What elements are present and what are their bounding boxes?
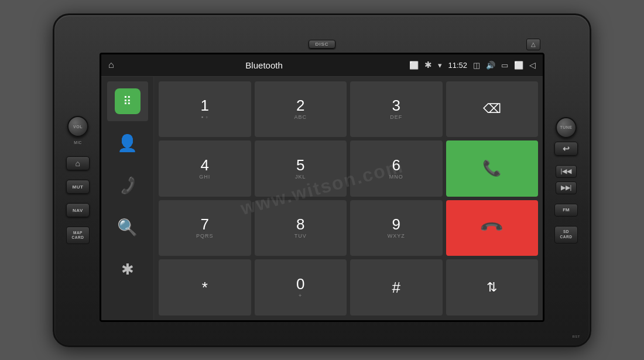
camera-icon: ◫ — [473, 61, 480, 70]
end-call-icon: 📞 — [479, 215, 505, 241]
status-title: Bluetooth — [124, 60, 405, 70]
status-bar: ⌂ Bluetooth ⬜ ✱ ▾ 11:52 ◫ 🔊 ▭ ⬜ ◁ — [101, 54, 543, 77]
key-6[interactable]: 6 MNO — [350, 140, 443, 197]
fm-button[interactable]: FM — [554, 204, 578, 217]
back-hw-button[interactable]: ↩ — [554, 142, 578, 156]
key-4[interactable]: 4 GHI — [159, 140, 251, 197]
nav-button[interactable]: NAV — [66, 203, 90, 217]
key-0[interactable]: 0 + — [255, 259, 347, 316]
map-card-button[interactable]: MAPCARD — [66, 227, 90, 244]
dialpad-icon: ⠿ — [115, 88, 141, 114]
battery-icon: ▭ — [501, 61, 508, 70]
call-icon: 📞 — [482, 159, 501, 177]
window-icon: ⬜ — [514, 61, 523, 70]
dialpad-area: 1 ▪ ▫ 2 ABC 3 DEF ⌫ — [154, 77, 543, 320]
eject-button[interactable]: △ — [526, 39, 540, 50]
rst-label: RST — [573, 335, 581, 338]
bluetooth-sidebar-icon: ✱ — [121, 260, 134, 279]
key-hash[interactable]: # — [350, 259, 443, 316]
volume-icon: 🔊 — [486, 61, 495, 70]
main-screen: www.witson.com ⌂ Bluetooth ⬜ ✱ ▾ 11:52 ◫… — [100, 53, 544, 322]
calls-icon: 📞 — [117, 175, 138, 196]
sidebar-item-calls[interactable]: 📞 — [107, 166, 148, 205]
sidebar-item-search[interactable]: 🔍 — [107, 208, 148, 248]
main-content: ⠿ 👤 📞 🔍 ✱ — [101, 77, 543, 320]
key-9[interactable]: 9 WXYZ — [350, 200, 443, 256]
map-card-label: MAPCARD — [72, 231, 84, 241]
key-3[interactable]: 3 DEF — [350, 81, 443, 138]
sd-card-button[interactable]: SDCARD — [554, 226, 578, 244]
bluetooth-status-icon: ✱ — [424, 60, 432, 70]
mut-button[interactable]: MUT — [66, 180, 90, 194]
sd-card-label: SDCARD — [560, 229, 573, 239]
key-7[interactable]: 7 PQRS — [159, 200, 251, 256]
tune-knob[interactable]: TUNE — [556, 117, 577, 138]
status-icons: ⬜ ✱ ▾ 11:52 ◫ 🔊 ▭ ⬜ ◁ — [409, 60, 536, 70]
disc-label: DISC — [309, 40, 335, 49]
status-time: 11:52 — [448, 61, 467, 70]
prev-button[interactable]: |◀◀ — [556, 165, 577, 178]
sidebar: ⠿ 👤 📞 🔍 ✱ — [101, 77, 154, 320]
right-controls: TUNE ↩ |◀◀ ▶▶| FM SDCARD — [551, 117, 581, 244]
sidebar-item-bluetooth[interactable]: ✱ — [107, 250, 148, 290]
screen-wrapper: DISC △ www.witson.com ⌂ Bluetooth ⬜ ✱ ▾ … — [99, 39, 545, 322]
tune-label: TUNE — [560, 125, 572, 129]
key-sort[interactable]: ⇅ — [446, 259, 539, 316]
home-hw-button[interactable]: ⌂ — [66, 156, 90, 170]
key-star[interactable]: * — [159, 259, 251, 316]
photo-icon: ⬜ — [409, 61, 419, 70]
wifi-icon: ▾ — [438, 61, 442, 70]
key-1[interactable]: 1 ▪ ▫ — [159, 81, 251, 138]
vol-knob[interactable]: VOL — [67, 116, 88, 137]
key-8[interactable]: 8 TUV — [255, 200, 347, 256]
sidebar-item-dialpad[interactable]: ⠿ — [107, 81, 148, 121]
back-nav-icon[interactable]: ◁ — [529, 60, 536, 70]
home-icon[interactable]: ⌂ — [108, 60, 114, 70]
key-2[interactable]: 2 ABC — [255, 81, 347, 138]
key-5[interactable]: 5 JKL — [255, 140, 347, 197]
disc-top-bar: DISC △ — [99, 39, 545, 50]
vol-label: VOL — [73, 125, 83, 129]
left-controls: VOL MIC ⌂ MUT NAV MAPCARD — [63, 116, 93, 244]
key-call[interactable]: 📞 — [446, 140, 539, 197]
contacts-icon: 👤 — [117, 133, 138, 153]
key-end-call[interactable]: 📞 — [446, 200, 539, 256]
mic-label: MIC — [74, 140, 81, 145]
car-head-unit: VOL MIC ⌂ MUT NAV MAPCARD DISC △ www.wit… — [53, 13, 591, 347]
sidebar-item-contacts[interactable]: 👤 — [107, 124, 148, 163]
key-backspace[interactable]: ⌫ — [446, 81, 539, 138]
search-icon: 🔍 — [117, 218, 138, 237]
dialpad-grid: 1 ▪ ▫ 2 ABC 3 DEF ⌫ — [159, 81, 538, 316]
next-button[interactable]: ▶▶| — [556, 181, 577, 194]
